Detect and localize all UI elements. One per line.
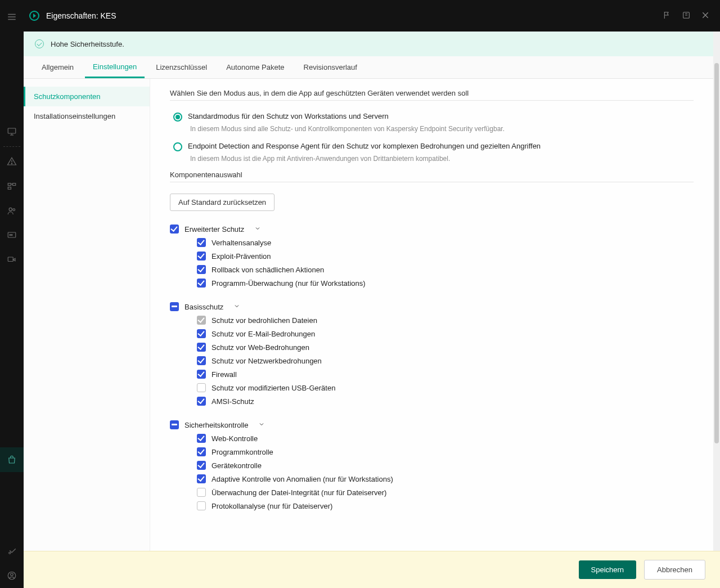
checkbox-label: Erweiterter Schutz [184,225,244,234]
checkbox-label: Adaptive Kontrolle von Anomalien (nur fü… [212,475,393,483]
chevron-down-icon[interactable] [258,421,265,429]
checkbox-label: Gerätekontrolle [212,461,262,470]
flag-icon[interactable] [663,11,672,21]
operations-icon[interactable] [0,223,24,248]
account-icon[interactable] [0,563,24,588]
checkbox-label: Protokollanalyse (nur für Dateiserver) [212,502,332,510]
svg-point-15 [10,235,11,236]
svg-point-16 [11,235,12,236]
radio-input[interactable] [173,113,182,122]
checkbox[interactable] [170,302,179,311]
radio-standard-mode[interactable]: Standardmodus für den Schutz von Worksta… [170,111,694,123]
checkbox-label: Schutz vor Web-Bedrohungen [212,343,309,352]
checkbox[interactable] [197,356,206,365]
help-icon[interactable] [682,11,691,21]
checkbox-item[interactable]: Web-Kontrolle [170,432,694,445]
monitor-icon[interactable] [0,119,24,144]
market-icon[interactable] [0,447,24,472]
svg-rect-8 [8,183,11,186]
checkbox[interactable] [197,488,206,497]
chevron-down-icon[interactable] [254,225,261,234]
discovery-icon[interactable] [0,248,24,273]
checkbox[interactable] [197,501,206,510]
svg-rect-3 [8,128,16,133]
checkbox-item[interactable]: Schutz vor modifizierten USB-Geräten [170,381,694,394]
checkbox[interactable] [197,329,206,338]
checkbox-item[interactable]: Programm-Überwachung (nur für Workstatio… [170,276,694,290]
checkbox-item[interactable]: Schutz vor Netzwerkbedrohungen [170,354,694,367]
checkbox-label: Überwachung der Datei-Integrität (nur fü… [212,488,386,497]
svg-point-7 [11,163,12,164]
checkbox-label: Programm-Überwachung (nur für Workstatio… [212,279,366,288]
checkbox[interactable] [197,397,206,406]
checkbox[interactable] [197,252,206,261]
checkbox-item[interactable]: Schutz vor E-Mail-Bedrohungen [170,327,694,340]
tab-allgemein[interactable]: Allgemein [34,56,82,78]
checkbox-item[interactable]: Protokollanalyse (nur für Dateiserver) [170,499,694,513]
tab-autonome-pakete[interactable]: Autonome Pakete [218,56,292,78]
hamburger-icon[interactable] [0,5,24,29]
checkbox-label: Programmkontrolle [212,448,273,456]
checkbox-item[interactable]: Schutz vor Web-Bedrohungen [170,340,694,354]
reset-defaults-button[interactable]: Auf Standard zurücksetzen [170,194,274,211]
checkbox-label: Schutz vor E-Mail-Bedrohungen [212,330,315,338]
checkbox[interactable] [197,370,206,379]
checkbox[interactable] [197,238,206,247]
checkbox-item[interactable]: Überwachung der Datei-Integrität (nur fü… [170,486,694,499]
left-rail [0,0,24,588]
tab-einstellungen[interactable]: Einstellungen [85,56,145,78]
radio-edr-mode[interactable]: Endpoint Detection and Response Agent fü… [170,141,694,152]
checkbox[interactable] [197,474,206,483]
checkbox-label: Schutz vor bedrohlichen Dateien [212,316,317,325]
checkbox-label: Firewall [212,370,237,379]
checkbox[interactable] [197,343,206,352]
save-button[interactable]: Speichern [579,560,637,579]
checkbox-group-erweiterter-schutz[interactable]: Erweiterter Schutz [170,222,694,236]
checkbox-item[interactable]: Programmkontrolle [170,445,694,459]
checkbox[interactable] [170,225,179,234]
tab-lizenzschluessel[interactable]: Lizenzschlüssel [148,56,215,78]
checkbox-item[interactable]: Verhaltensanalyse [170,236,694,249]
cancel-button[interactable]: Abbrechen [644,560,705,580]
sidebar-item-installationseinstellungen[interactable]: Installationseinstellungen [24,106,150,126]
side-nav: Schutzkomponenten Installationseinstellu… [24,79,150,588]
checkbox[interactable] [197,447,206,456]
footer-bar: Speichern Abbrechen [24,551,720,588]
chevron-down-icon[interactable] [233,303,240,311]
alert-icon[interactable] [0,149,24,174]
checkbox-item[interactable]: Firewall [170,367,694,381]
checkbox-group-sicherheitskontrolle[interactable]: Sicherheitskontrolle [170,418,694,432]
scrollbar[interactable] [713,63,720,551]
checkbox-item[interactable]: Adaptive Kontrolle von Anomalien (nur fü… [170,472,694,486]
radio-desc: In diesem Modus ist die App mit Antivire… [190,155,694,163]
settings-icon[interactable] [0,538,24,563]
checkbox[interactable] [197,383,206,392]
checkbox-item[interactable]: Exploit-Prävention [170,249,694,263]
svg-point-13 [13,209,15,211]
checkbox[interactable] [197,265,206,274]
checkbox-group-basisschutz[interactable]: Basisschutz [170,300,694,313]
tab-revisionsverlauf[interactable]: Revisionsverlauf [296,56,365,78]
mode-section-header: Wählen Sie den Modus aus, in dem die App… [170,89,694,101]
sidebar-item-schutzkomponenten[interactable]: Schutzkomponenten [24,87,150,106]
checkbox[interactable] [197,461,206,470]
checkbox[interactable] [197,316,206,325]
devices-icon[interactable] [0,174,24,199]
users-icon[interactable] [0,199,24,223]
radio-input[interactable] [173,142,182,151]
content-body: Wählen Sie den Modus aus, in dem die App… [150,79,713,588]
checkbox-item[interactable]: Gerätekontrolle [170,459,694,472]
checkbox-item[interactable]: Schutz vor bedrohlichen Dateien [170,313,694,327]
checkbox[interactable] [197,434,206,443]
checkbox-label: Schutz vor modifizierten USB-Geräten [212,384,335,392]
checkbox[interactable] [197,279,206,288]
checkbox[interactable] [170,420,179,429]
checkbox-item[interactable]: AMSI-Schutz [170,394,694,408]
scrollbar-thumb[interactable] [714,63,719,443]
svg-point-12 [9,208,12,210]
titlebar: Eigenschaften: KES [24,0,720,32]
page-title: Eigenschaften: KES [46,11,116,20]
checkbox-item[interactable]: Rollback von schädlichen Aktionen [170,263,694,276]
close-icon[interactable] [701,11,710,21]
radio-label: Endpoint Detection and Response Agent fü… [188,142,541,150]
